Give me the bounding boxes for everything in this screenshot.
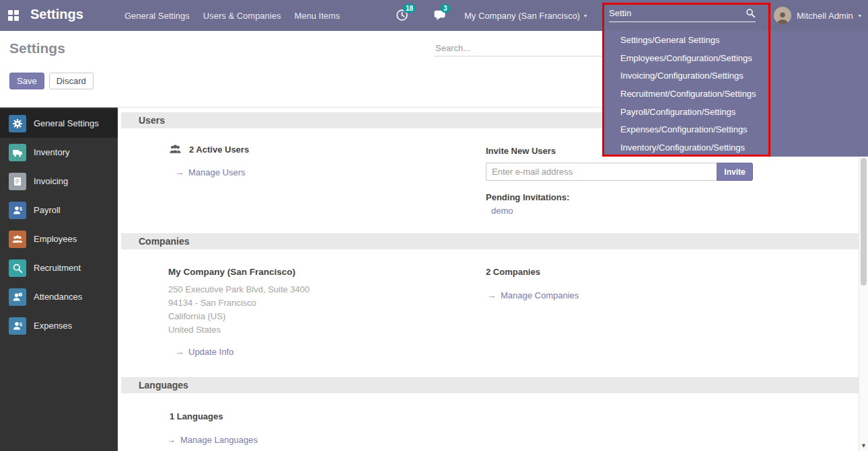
search-result-item[interactable]: Employees/Configuration/Settings [602,49,868,67]
search-input[interactable] [434,40,602,56]
payroll-person-icon: $ [9,202,26,219]
manage-languages-label: Manage Languages [180,435,258,445]
active-users-count: 2 Active Users [189,145,249,155]
sidebar-item-attendances[interactable]: Attendances [0,282,118,311]
company-address-line: United States [168,323,310,337]
company-address-line: California (US) [168,310,310,323]
search-result-item[interactable]: Recruitment/Configuration/Settings [602,85,868,103]
chevron-down-icon: ▾ [859,13,861,19]
vertical-scrollbar[interactable]: ▼ [859,108,868,451]
message-count-badge: 3 [441,4,450,13]
sidebar-item-general-settings[interactable]: General Settings [0,109,118,138]
nav-menu-general-settings[interactable]: General Settings [124,11,190,21]
users-group-icon [168,143,182,155]
sidebar-item-label: Inventory [34,147,69,157]
activity-menu[interactable]: 18 [396,9,408,24]
search-result-item[interactable]: Payroll/Configuration/Settings [602,103,868,121]
sidebar-item-label: Payroll [34,205,61,215]
arrow-right-icon: → [167,435,176,445]
sidebar-item-label: Attendances [34,292,82,302]
company-address: 250 Executive Park Blvd, Suite 3400 9413… [168,283,310,337]
settings-content: Users 2 Active Users → Manage Users Invi… [118,108,859,451]
company-name: My Company (San Francisco) [168,267,295,277]
user-menu[interactable]: Mitchell Admin ▾ [774,0,861,31]
manage-users-label: Manage Users [188,167,246,177]
navbar-app-title[interactable]: Settings [30,7,83,22]
update-info-label: Update Info [188,347,233,357]
gear-icon [9,115,26,132]
invite-row: Invite [486,163,753,181]
page-title: Settings [9,40,65,56]
section-header-companies: Companies [121,233,859,249]
search-results-dropdown: Settings/General Settings Employees/Conf… [602,31,868,157]
languages-count: 1 Languages [170,411,223,421]
navbar-search-input[interactable] [609,8,746,18]
section-header-languages: Languages [121,377,859,393]
search-result-item[interactable]: Inventory/Configuration/Settings [602,138,868,157]
search-icon[interactable] [746,8,756,18]
expenses-person-icon: $ [9,317,26,335]
avatar [774,7,791,24]
manage-companies-link[interactable]: → Manage Companies [487,290,579,300]
search-result-item[interactable]: Settings/General Settings [602,31,868,49]
sidebar-item-label: Recruitment [34,263,81,273]
chevron-down-icon: ▾ [584,13,587,19]
company-address-line: 94134 - San Francisco [168,296,310,310]
company-switcher[interactable]: My Company (San Francisco) ▾ [464,0,587,31]
invite-email-input[interactable] [486,163,717,181]
search-result-item[interactable]: Invoicing/Configuration/Settings [602,67,868,85]
employees-group-icon [9,231,26,248]
sidebar-item-label: Expenses [34,321,72,331]
magnifier-icon [9,259,26,277]
invite-new-users-label: Invite New Users [486,146,556,156]
pending-invitations-label: Pending Invitations: [486,192,569,202]
attendance-person-clock-icon [9,288,26,306]
save-button[interactable]: Save [9,73,44,89]
odoo-settings-page: Settings General Settings Users & Compan… [0,0,868,451]
manage-users-link[interactable]: → Manage Users [175,167,246,177]
sidebar-item-label: Employees [34,234,77,244]
invoice-document-icon [9,173,26,190]
company-switcher-label: My Company (San Francisco) [464,11,580,21]
search-result-item[interactable]: Expenses/Configuration/Settings [602,121,868,139]
svg-text:$: $ [20,321,22,327]
pending-invitation-demo-link[interactable]: demo [491,206,513,216]
sidebar-item-inventory[interactable]: Inventory [0,138,118,167]
sidebar-item-label: Invoicing [34,176,68,186]
companies-count: 2 Companies [486,267,540,277]
navbar-search [602,0,770,31]
company-address-line: 250 Executive Park Blvd, Suite 3400 [168,283,310,296]
sidebar-item-invoicing[interactable]: Invoicing [0,167,118,196]
truck-icon [9,144,26,161]
discard-button[interactable]: Discard [49,73,94,89]
nav-menu-menu-items[interactable]: Menu Items [294,11,340,21]
sidebar-item-payroll[interactable]: $ Payroll [0,196,118,224]
sidebar-item-label: General Settings [34,118,99,128]
scroll-down-arrow[interactable]: ▼ [859,442,868,449]
apps-grid-icon[interactable] [8,10,20,22]
manage-languages-link[interactable]: → Manage Languages [167,435,258,445]
sidebar-item-employees[interactable]: Employees [0,224,118,253]
top-navbar: Settings General Settings Users & Compan… [0,0,868,31]
arrow-right-icon: → [175,347,184,357]
update-info-link[interactable]: → Update Info [175,347,233,357]
settings-sidebar: General Settings Inventory Invoicing $ P… [0,108,118,451]
arrow-right-icon: → [175,167,184,177]
nav-menu-users-companies[interactable]: Users & Companies [203,11,281,21]
manage-companies-label: Manage Companies [501,290,579,300]
sidebar-item-recruitment[interactable]: Recruitment [0,253,118,282]
user-name: Mitchell Admin [797,11,853,21]
active-users: 2 Active Users [168,143,249,155]
navbar-menus: General Settings Users & Companies Menu … [124,0,340,31]
arrow-right-icon: → [487,290,496,300]
messages-menu[interactable]: 3 [433,9,446,24]
invite-button[interactable]: Invite [717,163,753,181]
activity-count-badge: 18 [403,4,416,13]
svg-text:$: $ [20,206,22,211]
sidebar-item-expenses[interactable]: $ Expenses [0,311,118,340]
scrollbar-thumb[interactable] [861,158,867,286]
